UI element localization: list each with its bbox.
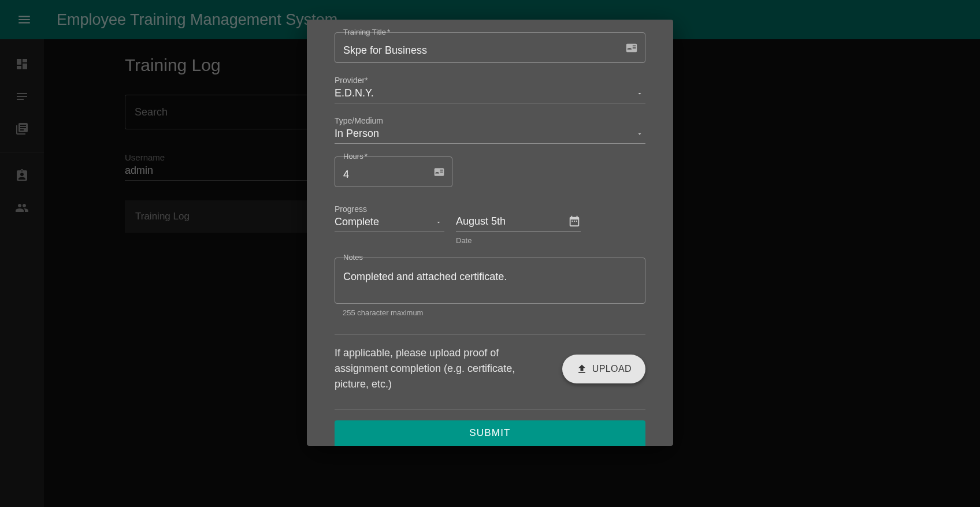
provider-select[interactable]: Provider* E.D.N.Y. xyxy=(335,76,645,103)
contact-card-icon xyxy=(625,42,638,54)
required-asterisk: * xyxy=(365,152,368,161)
submit-button-label: SUBMIT xyxy=(469,427,510,439)
chevron-down-icon xyxy=(636,90,643,97)
progress-value: Complete xyxy=(335,216,444,228)
hours-label: Hours xyxy=(343,152,363,161)
required-asterisk: * xyxy=(365,76,368,85)
date-helper: Date xyxy=(456,236,581,245)
submit-button[interactable]: SUBMIT xyxy=(335,420,645,446)
medium-select[interactable]: Type/Medium In Person xyxy=(335,116,645,144)
upload-instructions: If applicable, please upload proof of as… xyxy=(335,345,545,392)
dialog-divider xyxy=(335,409,645,410)
notes-field[interactable]: Notes Completed and attached certificate… xyxy=(335,258,645,304)
chevron-down-icon xyxy=(636,131,643,137)
notes-helper: 255 character maximum xyxy=(343,308,645,317)
calendar-icon[interactable] xyxy=(568,215,581,228)
dialog-divider xyxy=(335,334,645,335)
training-form-dialog: Training Title* Skpe for Business Provid… xyxy=(307,20,673,446)
chevron-down-icon xyxy=(435,219,442,226)
hours-field[interactable]: Hours* 4 xyxy=(335,156,452,187)
hours-value[interactable]: 4 xyxy=(343,169,349,180)
notes-label: Notes xyxy=(341,253,365,262)
medium-label: Type/Medium xyxy=(335,116,645,125)
training-title-label: Training Title xyxy=(343,28,386,36)
upload-icon xyxy=(576,363,588,375)
training-title-value[interactable]: Skpe for Business xyxy=(343,44,427,56)
progress-label: Progress xyxy=(335,204,444,214)
upload-button[interactable]: UPLOAD xyxy=(562,355,645,383)
required-asterisk: * xyxy=(387,28,390,36)
upload-button-label: UPLOAD xyxy=(592,364,632,374)
progress-select[interactable]: Progress Complete xyxy=(335,204,444,232)
date-field[interactable]: August 5th xyxy=(456,215,581,232)
provider-label: Provider xyxy=(335,76,365,85)
medium-value: In Person xyxy=(335,128,645,140)
date-value: August 5th xyxy=(456,215,506,228)
notes-value[interactable]: Completed and attached certificate. xyxy=(343,271,637,283)
provider-value: E.D.N.Y. xyxy=(335,87,645,99)
contact-card-icon xyxy=(433,166,445,178)
training-title-field[interactable]: Training Title* Skpe for Business xyxy=(335,32,645,63)
